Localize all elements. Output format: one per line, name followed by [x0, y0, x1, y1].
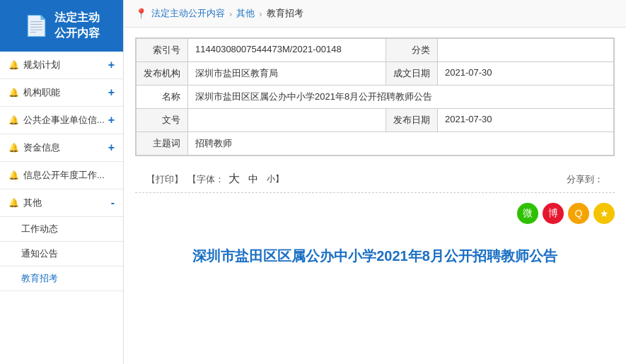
- sidebar-subitem-work[interactable]: 工作动态: [0, 217, 123, 242]
- expand-icon-1: +: [108, 59, 115, 71]
- sidebar-header: 📄 法定主动 公开内容: [0, 0, 123, 52]
- publish-date-label: 发布日期: [386, 109, 438, 132]
- breadcrumb-link-other[interactable]: 其他: [236, 7, 255, 20]
- bell-icon-1: 🔔: [8, 60, 19, 70]
- info-table: 索引号 11440308007544473M/2021-00148 分类 发布机…: [135, 37, 615, 156]
- subject-label: 主题词: [137, 132, 188, 155]
- toolbar-left: 【打印】 【字体： 大 中 小】: [146, 172, 284, 187]
- sidebar-item-label-5: 信息公开年度工作...: [23, 169, 115, 182]
- bell-icon-2: 🔔: [8, 88, 19, 98]
- expand-icon-2: +: [108, 86, 115, 99]
- share-weibo-button[interactable]: 博: [543, 203, 564, 224]
- breadcrumb-link-home[interactable]: 法定主动公开内容: [151, 7, 225, 20]
- title-value: 深圳市盐田区区属公办中小学2021年8月公开招聘教师公告: [188, 86, 614, 109]
- category-value: [438, 39, 614, 62]
- sidebar-subitem-education[interactable]: 教育招考: [0, 266, 123, 291]
- index-no-value: 11440308007544473M/2021-00148: [188, 39, 386, 62]
- sidebar-subitem-label-work: 工作动态: [21, 223, 58, 234]
- breadcrumb-sep-2: ›: [259, 8, 262, 19]
- share-label: 分享到：: [567, 173, 603, 186]
- sidebar-item-label-2: 机构职能: [23, 86, 108, 99]
- main-content: 📍 法定主动公开内容 › 其他 › 教育招考 索引号 1144030800754…: [124, 0, 626, 364]
- sidebar-header-icon: 📄: [24, 12, 49, 40]
- font-label: 【字体：: [187, 173, 224, 186]
- print-button[interactable]: 【打印】: [146, 173, 183, 186]
- title-label: 名称: [137, 86, 188, 109]
- sidebar-item-label-4: 资金信息: [23, 141, 108, 154]
- toolbar: 【打印】 【字体： 大 中 小】 分享到：: [135, 166, 615, 193]
- article-title: 深圳市盐田区区属公办中小学2021年8月公开招聘教师公告: [124, 234, 626, 274]
- doc-date-value: 2021-07-30: [438, 62, 614, 86]
- sidebar-item-planning[interactable]: 🔔 规划计划 +: [0, 52, 123, 79]
- publisher-value: 深圳市盐田区教育局: [188, 62, 386, 86]
- breadcrumb: 📍 法定主动公开内容 › 其他 › 教育招考: [124, 0, 626, 28]
- expand-icon-3: +: [108, 114, 115, 127]
- font-medium-button[interactable]: 中: [248, 173, 258, 186]
- sidebar-item-label-6: 其他: [23, 196, 111, 209]
- index-no-label: 索引号: [137, 39, 188, 62]
- subject-value: 招聘教师: [188, 132, 614, 155]
- share-qq-button[interactable]: Q: [568, 203, 589, 224]
- share-wechat-button[interactable]: 微: [517, 203, 538, 224]
- sidebar-item-label-3: 公共企事业单位信...: [23, 114, 108, 127]
- sidebar-item-funds[interactable]: 🔔 资金信息 +: [0, 134, 123, 162]
- sidebar-item-annual[interactable]: 🔔 信息公开年度工作...: [0, 162, 123, 189]
- bell-icon-4: 🔔: [8, 143, 19, 153]
- sidebar-item-other[interactable]: 🔔 其他 -: [0, 189, 123, 217]
- bell-icon-5: 🔔: [8, 170, 19, 180]
- sidebar: 📄 法定主动 公开内容 🔔 规划计划 + 🔔 机构职能 + 🔔 公共企事业单位信…: [0, 0, 124, 364]
- sidebar-subitem-label-notice: 通知公告: [21, 248, 58, 259]
- font-small-button[interactable]: 小】: [267, 173, 284, 185]
- doc-date-label: 成文日期: [386, 62, 438, 86]
- doc-no-label: 文号: [137, 109, 188, 132]
- sidebar-item-public[interactable]: 🔔 公共企事业单位信... +: [0, 107, 123, 134]
- sidebar-subitem-label-education: 教育招考: [21, 273, 58, 283]
- font-large-button[interactable]: 大: [228, 172, 240, 187]
- sidebar-header-text: 法定主动 公开内容: [54, 10, 100, 42]
- bell-icon-3: 🔔: [8, 115, 19, 125]
- toolbar-right: 分享到：: [567, 173, 603, 186]
- bell-icon-6: 🔔: [8, 198, 19, 208]
- doc-no-value: [188, 109, 386, 132]
- location-icon: 📍: [135, 8, 147, 19]
- sidebar-item-org[interactable]: 🔔 机构职能 +: [0, 79, 123, 107]
- publisher-label: 发布机构: [137, 62, 188, 86]
- collapse-icon-6: -: [111, 196, 115, 209]
- publish-date-value: 2021-07-30: [438, 109, 614, 132]
- category-label: 分类: [386, 39, 438, 62]
- breadcrumb-sep-1: ›: [229, 8, 232, 19]
- sidebar-subitem-notice[interactable]: 通知公告: [0, 242, 123, 266]
- share-icons: 微 博 Q ★: [124, 196, 626, 231]
- expand-icon-4: +: [108, 141, 115, 154]
- share-star-button[interactable]: ★: [593, 203, 615, 224]
- breadcrumb-current: 教育招考: [267, 7, 303, 20]
- sidebar-item-label-1: 规划计划: [23, 59, 108, 71]
